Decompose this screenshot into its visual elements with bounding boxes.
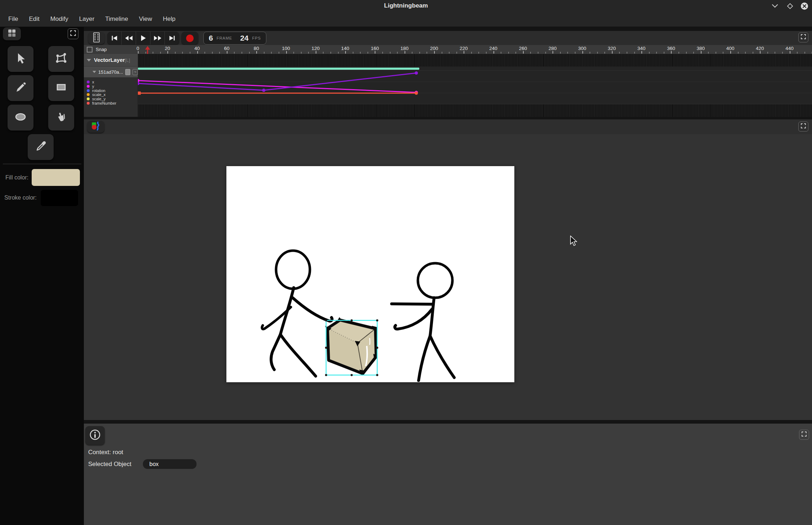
film-strip-icon xyxy=(93,32,100,44)
timeline-expand-button[interactable] xyxy=(798,32,808,42)
layer-curve-toggle-button[interactable]: ~ xyxy=(132,69,138,75)
ruler-tick xyxy=(501,52,501,54)
ruler-label: 0 xyxy=(130,46,146,51)
ruler-tick xyxy=(716,52,716,54)
ruler-tick xyxy=(367,52,368,54)
frame-grid[interactable] xyxy=(138,54,812,67)
menu-timeline[interactable]: Timeline xyxy=(100,12,134,27)
frame-ruler[interactable]: 0204060801001201401601802002202402602803… xyxy=(138,45,812,54)
ruler-tick xyxy=(671,51,672,54)
record-button[interactable] xyxy=(181,32,198,45)
stage[interactable] xyxy=(226,166,514,382)
ruler-tick xyxy=(552,51,553,54)
info-panel-button[interactable] xyxy=(85,426,105,445)
chevron-down-icon[interactable] xyxy=(93,71,96,73)
paint-bucket-icon xyxy=(54,110,68,125)
keyframe-point xyxy=(138,82,140,85)
keyframe-point xyxy=(415,71,418,74)
ruler-tick xyxy=(545,52,546,54)
menu-modify[interactable]: Modify xyxy=(45,12,74,27)
property-row-x[interactable]: x xyxy=(87,80,94,84)
stroke-color-label: Stroke color: xyxy=(4,195,37,201)
ruler-tick xyxy=(271,52,272,54)
frame-fps-panel[interactable]: 6 FRAME 24 FPS xyxy=(203,32,266,45)
menu-view[interactable]: View xyxy=(134,12,158,27)
window-maximize-icon[interactable] xyxy=(785,2,795,10)
window-minimize-icon[interactable] xyxy=(770,2,780,10)
ruler-label: 380 xyxy=(693,46,709,51)
menu-help[interactable]: Help xyxy=(157,12,181,27)
snap-checkbox[interactable] xyxy=(87,47,93,52)
keyframe-area[interactable] xyxy=(138,54,812,117)
frame-value: 6 xyxy=(209,34,213,42)
tool-ellipse-button[interactable] xyxy=(8,105,33,131)
grid-icon xyxy=(7,28,17,39)
ruler-tick xyxy=(701,51,702,54)
ruler-tick xyxy=(767,52,768,54)
ruler-label: 320 xyxy=(604,46,620,51)
ruler-tick xyxy=(723,52,723,54)
layer-row-vectorlayer[interactable]: VectorLayer[L] xyxy=(84,54,138,67)
tool-rectangle-button[interactable] xyxy=(48,75,74,101)
export-film-button[interactable] xyxy=(88,32,105,44)
frame-grid[interactable] xyxy=(138,104,812,117)
fill-color-swatch[interactable] xyxy=(32,169,80,186)
property-row-scale_x[interactable]: scale_x xyxy=(87,92,105,97)
tool-pencil-button[interactable] xyxy=(8,75,33,101)
fast-forward-button[interactable] xyxy=(150,32,165,45)
skip-to-start-button[interactable] xyxy=(107,32,122,45)
layer-row-object[interactable]: 151ad70a... ~ xyxy=(84,67,138,77)
ruler-label: 400 xyxy=(722,46,738,51)
info-expand-button[interactable] xyxy=(799,430,809,440)
layer-extent-bar[interactable] xyxy=(138,68,419,70)
ruler-tick xyxy=(597,52,598,54)
ruler-tick xyxy=(390,52,391,54)
ruler-tick xyxy=(664,52,664,54)
ruler-tick xyxy=(804,52,805,54)
expand-icon xyxy=(800,33,807,41)
rewind-button[interactable] xyxy=(122,32,136,45)
window-close-icon[interactable] xyxy=(800,2,809,10)
ellipse-icon xyxy=(13,110,28,125)
ruler-tick xyxy=(330,52,331,54)
ruler-tick xyxy=(464,51,464,54)
layer-suffix: [L] xyxy=(125,58,130,63)
tools-expand-button[interactable] xyxy=(68,28,78,39)
ruler-tick xyxy=(204,52,205,54)
property-row-rotation[interactable]: rotation xyxy=(87,88,105,93)
selected-object-value[interactable]: box xyxy=(143,459,197,469)
property-row-frameNumber[interactable]: frameNumber xyxy=(87,101,116,105)
tool-paint-bucket-button[interactable] xyxy=(48,105,74,131)
ruler-tick xyxy=(782,52,783,54)
keyframe-curves[interactable] xyxy=(138,70,812,104)
ruler-tick xyxy=(153,52,153,54)
ruler-tick xyxy=(634,52,635,54)
menu-edit[interactable]: Edit xyxy=(23,12,45,27)
tool-select-button[interactable] xyxy=(8,46,33,72)
panel-grid-button[interactable] xyxy=(3,27,21,40)
ruler-label: 20 xyxy=(159,46,175,51)
timeline-ruler-row: Snap 02040608010012014016018020022024026… xyxy=(84,45,812,54)
ruler-tick xyxy=(412,52,412,54)
property-row-y[interactable]: y xyxy=(87,84,94,88)
ruler-tick xyxy=(560,52,561,54)
tool-transform-button[interactable] xyxy=(48,46,74,72)
chevron-down-icon[interactable] xyxy=(87,59,91,61)
skip-to-end-button[interactable] xyxy=(165,32,179,45)
eyedropper-icon xyxy=(33,139,48,155)
menu-layer[interactable]: Layer xyxy=(74,12,100,27)
property-row-scale_y[interactable]: scale_y xyxy=(87,97,105,101)
property-color-dot xyxy=(87,93,90,96)
ruler-tick xyxy=(375,51,375,54)
layer-visibility-button[interactable] xyxy=(125,69,131,75)
stage-panel-button[interactable] xyxy=(87,121,104,133)
mouse-cursor xyxy=(570,236,578,248)
stroke-color-swatch[interactable] xyxy=(41,190,78,206)
property-color-dot xyxy=(87,81,90,83)
ruler-tick xyxy=(745,52,746,54)
play-button[interactable] xyxy=(136,32,150,45)
playhead[interactable] xyxy=(145,46,150,54)
canvas-expand-button[interactable] xyxy=(798,122,808,132)
menu-file[interactable]: File xyxy=(3,12,23,27)
tool-eyedropper-button[interactable] xyxy=(28,134,54,160)
